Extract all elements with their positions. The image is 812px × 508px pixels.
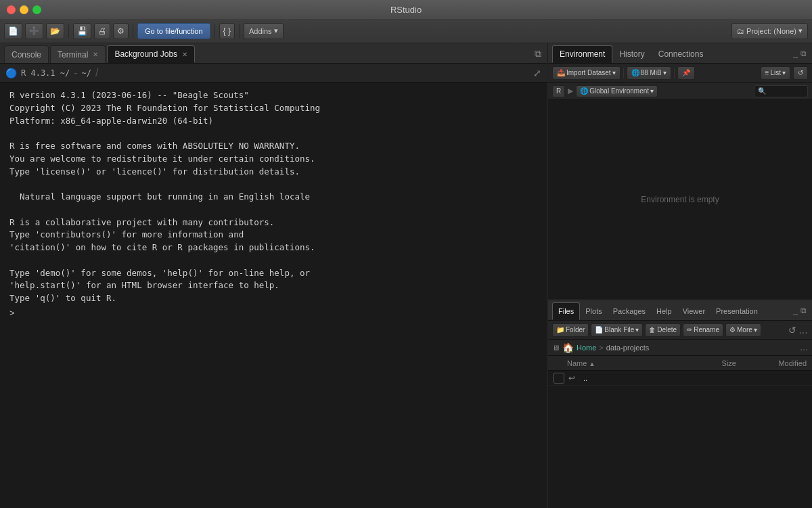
add-btn[interactable]: ➕ xyxy=(25,23,43,39)
tab-presentation[interactable]: Presentation xyxy=(710,302,763,320)
maximize-env-icon[interactable]: ⧉ xyxy=(800,49,807,58)
more-btn[interactable]: ⚙ More ▾ xyxy=(725,323,761,337)
tab-files[interactable]: Files xyxy=(552,302,580,320)
files-table-header: Name ▲ Size Modified xyxy=(548,356,812,371)
global-env-label: Global Environment xyxy=(589,87,649,95)
home-icon[interactable]: 🏠 xyxy=(562,342,574,353)
path-more-icon[interactable]: … xyxy=(800,343,808,352)
env-tab-icons: _ ⧉ xyxy=(793,49,807,58)
console-toolbar: 🔵 R 4.3.1 ~/ - ~/ / ⤢ xyxy=(0,64,547,83)
close-button[interactable] xyxy=(7,5,16,14)
rename-btn[interactable]: ✏ Rename xyxy=(683,323,723,337)
maximize-console-icon[interactable]: ⤢ xyxy=(533,68,541,78)
separator-2 xyxy=(133,24,133,38)
go-to-file-btn[interactable]: Go to file/function xyxy=(137,23,210,39)
name-header[interactable]: Name ▲ xyxy=(567,359,693,367)
addins-btn[interactable]: Addins ▾ xyxy=(244,23,284,39)
console-version: R 4.3.1 ~/ xyxy=(21,68,70,78)
env-pin-icon[interactable]: 📌 xyxy=(677,66,695,80)
files-content[interactable]: ↩ .. xyxy=(548,371,812,508)
size-header-label: Size xyxy=(722,359,736,367)
name-header-label: Name xyxy=(567,359,587,367)
tab-connections[interactable]: Connections xyxy=(652,45,710,63)
modified-header-label: Modified xyxy=(778,359,807,367)
files-more-icon[interactable]: … xyxy=(798,325,808,336)
env-sub-toolbar: R ▶ 🌐 Global Environment ▾ xyxy=(548,83,812,100)
env-separator xyxy=(623,68,624,78)
maximize-button[interactable] xyxy=(32,5,41,14)
console-output: R version 4.3.1 (2023-06-16) -- "Beagle … xyxy=(9,89,537,305)
folder-label: Folder xyxy=(566,326,585,333)
tab-environment[interactable]: Environment xyxy=(552,45,612,63)
delete-btn[interactable]: 🗑 Delete xyxy=(645,323,681,337)
tab-terminal-close[interactable]: ✕ xyxy=(93,51,98,58)
project-icon: 🗂 xyxy=(737,27,744,35)
tab-files-label: Files xyxy=(558,307,574,315)
minimize-files-icon[interactable]: _ xyxy=(793,306,798,315)
console-arrow: ~/ xyxy=(82,68,91,78)
project-btn[interactable]: 🗂 Project: (None) ▾ xyxy=(731,23,808,39)
r-env-btn[interactable]: R xyxy=(552,85,565,97)
separator-4 xyxy=(239,24,240,38)
list-item[interactable]: ↩ .. xyxy=(548,371,812,386)
separator-3 xyxy=(215,24,215,38)
tab-background-jobs-close[interactable]: ✕ xyxy=(182,51,187,58)
tab-terminal-label: Terminal xyxy=(58,50,88,60)
maximize-pane-icon[interactable]: ⧉ xyxy=(535,47,541,59)
tab-plots[interactable]: Plots xyxy=(580,302,607,320)
row-checkbox[interactable] xyxy=(554,373,564,384)
files-tab-bar: Files Plots Packages Help Viewer Present… xyxy=(548,300,812,321)
tab-packages[interactable]: Packages xyxy=(608,302,651,320)
global-env-arrow: ▾ xyxy=(650,87,654,95)
new-file-btn[interactable]: 📄 xyxy=(4,23,22,39)
tab-terminal[interactable]: Terminal ✕ xyxy=(50,45,106,63)
more-label: More xyxy=(737,326,752,333)
env-toolbar: 📥 Import Dataset ▾ 🌐 88 MiB ▾ 📌 ≡ List ▾ xyxy=(548,64,812,83)
env-tab-bar: Environment History Connections _ ⧉ xyxy=(548,43,812,64)
console-content[interactable]: R version 4.3.1 (2023-06-16) -- "Beagle … xyxy=(0,83,547,508)
settings-btn[interactable]: ⚙ xyxy=(113,23,129,39)
env-search-input[interactable] xyxy=(754,85,808,97)
minimize-env-icon[interactable]: _ xyxy=(793,49,798,58)
list-arrow: ▾ xyxy=(782,69,786,76)
import-icon: 📥 xyxy=(557,69,565,76)
right-panel: Environment History Connections _ ⧉ 📥 Im… xyxy=(548,43,812,508)
import-dataset-btn[interactable]: 📥 Import Dataset ▾ xyxy=(552,66,621,80)
console-prompt[interactable]: > xyxy=(9,308,537,321)
tab-viewer[interactable]: Viewer xyxy=(677,302,710,320)
project-arrow: ▾ xyxy=(798,26,803,35)
tab-help[interactable]: Help xyxy=(651,302,677,320)
size-header[interactable]: Size xyxy=(696,359,736,367)
env-refresh-btn[interactable]: ↺ xyxy=(793,66,808,80)
save-btn[interactable]: 💾 xyxy=(73,23,91,39)
tab-connections-label: Connections xyxy=(658,49,704,59)
memory-usage-btn[interactable]: 🌐 88 MiB ▾ xyxy=(627,66,671,80)
r-indicator: 🔵 xyxy=(5,68,17,78)
file-name: .. xyxy=(583,374,690,382)
delete-icon: 🗑 xyxy=(649,326,656,333)
memory-icon: 🌐 xyxy=(631,69,639,76)
environment-panel: Environment History Connections _ ⧉ 📥 Im… xyxy=(548,43,812,300)
tab-console[interactable]: Console xyxy=(4,45,49,63)
env-separator-2 xyxy=(674,68,675,78)
modified-header[interactable]: Modified xyxy=(739,359,807,367)
code-btn[interactable]: { } xyxy=(219,23,235,39)
minimize-button[interactable] xyxy=(20,5,28,14)
env-list-btn[interactable]: ≡ List ▾ xyxy=(761,66,790,80)
refresh-btn[interactable]: ↺ xyxy=(788,325,796,336)
tab-history[interactable]: History xyxy=(612,45,651,63)
path-separator: > xyxy=(599,344,603,352)
global-env-btn[interactable]: 🌐 Global Environment ▾ xyxy=(576,85,658,97)
memory-arrow: ▾ xyxy=(663,69,667,76)
blank-file-btn[interactable]: 📄 Blank File ▾ xyxy=(591,323,643,337)
files-toolbar: 📁 Folder 📄 Blank File ▾ 🗑 Delete ✏ Renam… xyxy=(548,321,812,340)
print-btn[interactable]: 🖨 xyxy=(94,23,110,39)
rename-icon: ✏ xyxy=(687,326,692,333)
folder-btn[interactable]: 📁 Folder xyxy=(552,323,589,337)
title-bar: RStudio xyxy=(0,0,812,19)
maximize-files-icon[interactable]: ⧉ xyxy=(800,306,807,315)
tab-background-jobs[interactable]: Background Jobs ✕ xyxy=(107,45,195,63)
open-btn[interactable]: 📂 xyxy=(46,23,64,39)
subfolder-label: data-projects xyxy=(606,344,650,352)
import-arrow: ▾ xyxy=(612,69,616,76)
